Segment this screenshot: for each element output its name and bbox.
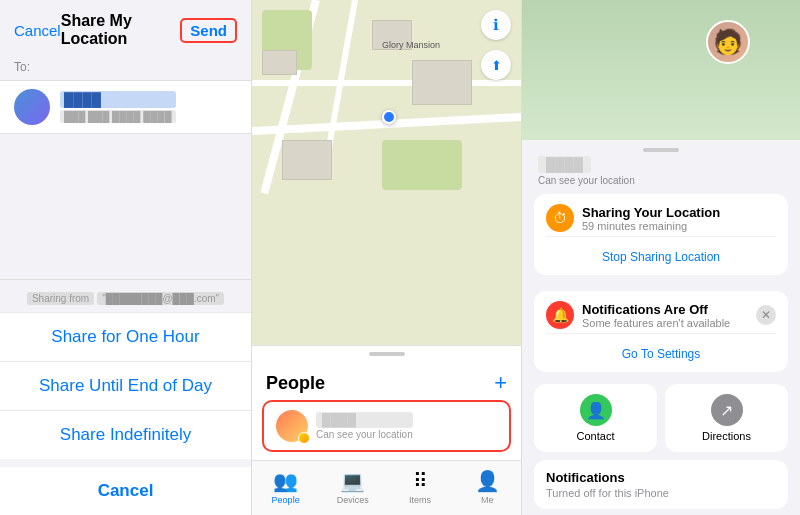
avatar-badge xyxy=(298,432,310,444)
directions-icon: ↗ xyxy=(711,394,743,426)
can-see-label: Can see your location xyxy=(538,173,784,186)
notif-info: Notifications Are Off Some features aren… xyxy=(582,302,730,329)
devices-tab-label: Devices xyxy=(337,495,369,505)
tab-people[interactable]: 👥 People xyxy=(252,469,319,505)
compass-button[interactable]: ⬆ xyxy=(481,50,511,80)
items-tab-label: Items xyxy=(409,495,431,505)
people-tab-label: People xyxy=(272,495,300,505)
people-header: People + xyxy=(252,362,521,400)
nav-title: Share My Location xyxy=(61,12,181,48)
people-section: People + ████ Can see your location xyxy=(252,345,521,460)
tab-me[interactable]: 👤 Me xyxy=(454,469,521,505)
notif-footer-subtitle: Turned off for this iPhone xyxy=(546,487,776,499)
cancel-button[interactable]: Cancel xyxy=(14,22,61,39)
contact-map-area: 🧑 xyxy=(522,0,800,140)
me-tab-icon: 👤 xyxy=(475,469,500,493)
person-name: ████ xyxy=(316,412,413,428)
recipient-row: ████ ███ ███ ████ ████ xyxy=(0,80,251,134)
stop-sharing-button[interactable]: Stop Sharing Location xyxy=(602,250,720,264)
recipient-info: ████ ███ ███ ████ ████ xyxy=(60,91,176,123)
share-indefinitely-button[interactable]: Share Indefinitely xyxy=(0,410,251,459)
contact-detail-panel: 🧑 ████ Can see your location ⏱ Sharing Y… xyxy=(522,0,800,515)
people-tab-icon: 👥 xyxy=(273,469,298,493)
tab-items[interactable]: ⠿ Items xyxy=(387,469,454,505)
sharing-header: ⏱ Sharing Your Location 59 minutes remai… xyxy=(534,194,788,236)
tab-devices[interactable]: 💻 Devices xyxy=(319,469,386,505)
notifications-footer: Notifications Turned off for this iPhone xyxy=(534,460,788,509)
devices-tab-icon: 💻 xyxy=(340,469,365,493)
sharing-info: Sharing Your Location 59 minutes remaini… xyxy=(582,205,720,232)
drag-handle xyxy=(369,352,405,356)
contact-label: Contact xyxy=(577,430,615,442)
stop-sharing-row[interactable]: Stop Sharing Location xyxy=(534,237,788,275)
share-end-of-day-button[interactable]: Share Until End of Day xyxy=(0,361,251,410)
contact-name: ████ xyxy=(538,156,591,173)
recipient-name: ████ xyxy=(60,91,176,108)
sharing-from-label: Sharing from "████████@███.com" xyxy=(0,280,251,312)
sharing-card: ⏱ Sharing Your Location 59 minutes remai… xyxy=(534,194,788,275)
person-sublabel: Can see your location xyxy=(316,429,413,440)
items-tab-icon: ⠿ xyxy=(413,469,428,493)
contact-button[interactable]: 👤 Contact xyxy=(534,384,657,452)
map-building2 xyxy=(282,140,332,180)
sharing-title: Sharing Your Location xyxy=(582,205,720,220)
send-button[interactable]: Send xyxy=(180,18,237,43)
person-item[interactable]: ████ Can see your location xyxy=(262,400,511,452)
sharing-subtitle: 59 minutes remaining xyxy=(582,220,720,232)
share-location-panel: Cancel Share My Location Send To: ████ █… xyxy=(0,0,252,515)
action-buttons: 👤 Contact ↗ Directions xyxy=(534,384,788,452)
map-location-label: Glory Mansion xyxy=(382,40,440,50)
go-to-settings-row[interactable]: Go To Settings xyxy=(534,334,788,372)
action-sheet: Sharing from "████████@███.com" Share fo… xyxy=(0,279,251,515)
map-area[interactable]: Glory Mansion ℹ ⬆ xyxy=(252,0,521,345)
avatar xyxy=(14,89,50,125)
contact-name-area: ████ Can see your location xyxy=(522,152,800,186)
avatar-icon: 🧑 xyxy=(713,28,743,56)
recipient-detail: ███ ███ ████ ████ xyxy=(60,110,176,123)
people-title: People xyxy=(266,373,325,394)
person-info: ████ Can see your location xyxy=(316,412,413,440)
tab-bar: 👥 People 💻 Devices ⠿ Items 👤 Me xyxy=(252,460,521,515)
find-my-panel: Glory Mansion ℹ ⬆ People + ████ Can see … xyxy=(252,0,522,515)
directions-label: Directions xyxy=(702,430,751,442)
sharing-icon: ⏱ xyxy=(546,204,574,232)
notif-footer-title: Notifications xyxy=(546,470,776,485)
notif-icon: 🔔 xyxy=(546,301,574,329)
me-tab-label: Me xyxy=(481,495,494,505)
notifications-card: 🔔 Notifications Are Off Some features ar… xyxy=(534,291,788,372)
notif-header: 🔔 Notifications Are Off Some features ar… xyxy=(534,291,788,333)
map-background: Glory Mansion xyxy=(252,0,521,345)
directions-button[interactable]: ↗ Directions xyxy=(665,384,788,452)
notif-title: Notifications Are Off xyxy=(582,302,730,317)
notif-close-button[interactable]: ✕ xyxy=(756,305,776,325)
notif-subtitle: Some features aren't available xyxy=(582,317,730,329)
sharing-from-value: "████████@███.com" xyxy=(97,292,224,305)
location-dot xyxy=(382,110,396,124)
contact-icon: 👤 xyxy=(580,394,612,426)
map-building3 xyxy=(412,60,472,105)
sheet-cancel-button[interactable]: Cancel xyxy=(0,467,251,515)
contact-avatar: 🧑 xyxy=(706,20,750,64)
nav-bar: Cancel Share My Location Send xyxy=(0,0,251,56)
go-to-settings-button[interactable]: Go To Settings xyxy=(622,347,701,361)
person-avatar xyxy=(276,410,308,442)
add-person-button[interactable]: + xyxy=(494,372,507,394)
map-building4 xyxy=(262,50,297,75)
info-button[interactable]: ℹ xyxy=(481,10,511,40)
map-green-area2 xyxy=(382,140,462,190)
to-label: To: xyxy=(0,56,251,80)
share-one-hour-button[interactable]: Share for One Hour xyxy=(0,312,251,361)
map-road-h xyxy=(252,80,521,86)
